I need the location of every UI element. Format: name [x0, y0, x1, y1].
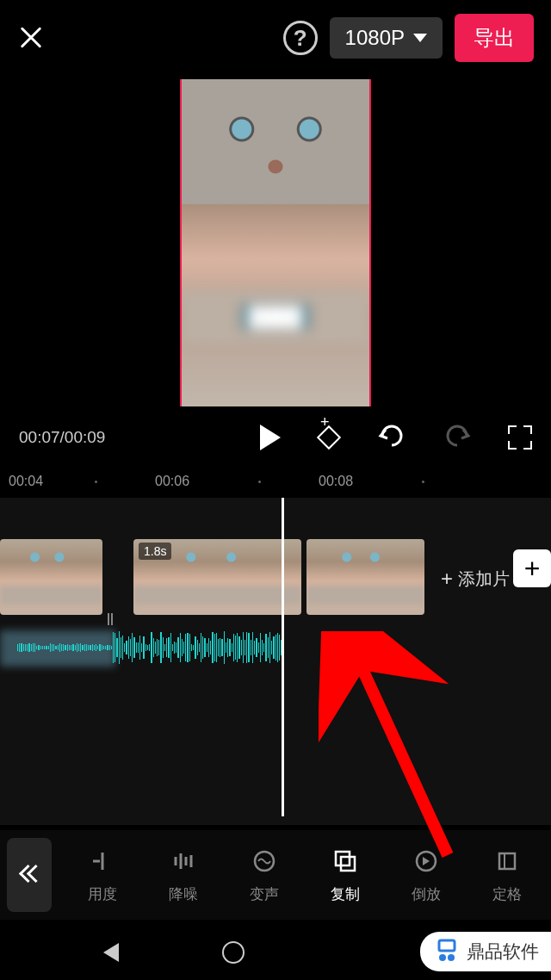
- clip-1[interactable]: [0, 539, 102, 615]
- watermark-logo-icon: [434, 939, 460, 964]
- nav-back-button[interactable]: [103, 943, 119, 962]
- voice-icon: [250, 847, 279, 876]
- fullscreen-button[interactable]: [508, 425, 532, 450]
- chevron-down-icon: [413, 34, 427, 42]
- resolution-label: 1080P: [345, 26, 405, 50]
- speed-icon: [88, 847, 117, 876]
- add-button[interactable]: +: [513, 549, 551, 587]
- waveform: [17, 627, 284, 668]
- clip-handle[interactable]: [105, 612, 115, 626]
- svg-point-15: [448, 954, 455, 961]
- tool-voice[interactable]: 变声: [229, 847, 300, 904]
- redo-button[interactable]: [443, 423, 472, 452]
- svg-point-14: [439, 954, 446, 961]
- export-button[interactable]: 导出: [455, 14, 534, 62]
- tool-freeze[interactable]: 定格: [472, 847, 542, 904]
- svg-rect-13: [439, 940, 455, 951]
- noise-icon: [169, 847, 198, 876]
- svg-line-0: [353, 648, 448, 855]
- time-ruler[interactable]: 00:04 00:06 00:08: [0, 465, 551, 491]
- svg-rect-11: [499, 853, 515, 869]
- audio-track[interactable]: [0, 627, 284, 668]
- play-button[interactable]: [260, 425, 281, 450]
- clip-2[interactable]: 1.8s: [133, 539, 301, 615]
- duration-badge: 1.8s: [139, 543, 171, 560]
- close-button[interactable]: [17, 24, 45, 52]
- tool-noise[interactable]: 降噪: [148, 847, 219, 904]
- watermark: 鼎品软件: [420, 932, 551, 971]
- freeze-icon: [492, 847, 522, 876]
- bottom-toolbar: 用度降噪变声复制倒放定格: [0, 830, 551, 920]
- preview-frame: ████: [180, 79, 371, 406]
- android-navbar: 鼎品软件: [0, 925, 551, 980]
- keyframe-button[interactable]: [317, 425, 341, 450]
- preview-area[interactable]: ████: [0, 76, 551, 410]
- add-clip-button[interactable]: 添加片: [441, 560, 510, 598]
- undo-button[interactable]: [377, 423, 406, 452]
- resolution-dropdown[interactable]: 1080P: [330, 17, 443, 59]
- help-icon[interactable]: ?: [283, 21, 318, 55]
- nav-home-button[interactable]: [222, 941, 245, 964]
- tool-speed[interactable]: 用度: [67, 847, 138, 904]
- toolbar-back-button[interactable]: [7, 838, 52, 912]
- time-display: 00:07/00:09: [19, 428, 105, 447]
- timeline[interactable]: 1.8s 添加片 +: [0, 498, 551, 825]
- annotation-arrow: [319, 631, 465, 876]
- clip-3[interactable]: [306, 539, 424, 615]
- playhead[interactable]: [282, 498, 284, 816]
